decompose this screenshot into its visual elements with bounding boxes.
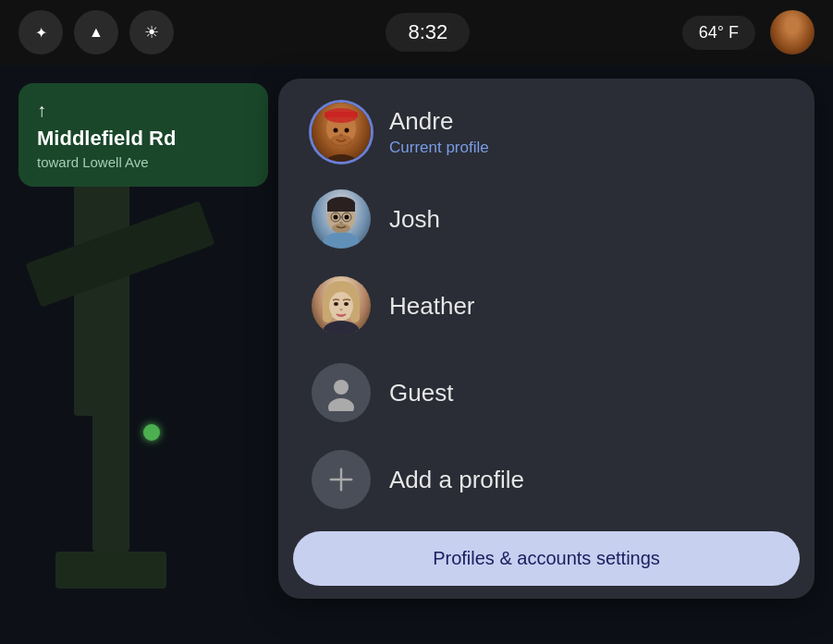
guest-profile-info: Guest [389, 379, 453, 407]
signal-icon: ▲ [89, 24, 104, 41]
status-bar-right: 64° F [682, 10, 815, 55]
avatar-josh [312, 189, 371, 249]
avatar-add [312, 450, 371, 509]
temperature-display: 64° F [682, 16, 755, 50]
add-icon [326, 465, 356, 494]
person-icon [323, 374, 360, 411]
svg-point-31 [334, 380, 349, 395]
svg-point-21 [323, 321, 360, 335]
profile-dropdown: Andre Current profile [278, 79, 815, 599]
svg-point-7 [330, 135, 352, 146]
svg-point-14 [345, 215, 349, 220]
svg-rect-3 [325, 112, 358, 117]
svg-rect-12 [327, 202, 355, 212]
guest-name: Guest [389, 379, 453, 407]
status-bar-center: 8:32 [174, 13, 682, 52]
profile-item-heather[interactable]: Heather [286, 263, 807, 348]
signal-button[interactable]: ▲ [74, 10, 118, 55]
navigation-card: ↑ Middlefield Rd toward Lowell Ave [18, 83, 268, 187]
svg-point-4 [334, 128, 338, 133]
add-profile-name: Add a profile [389, 466, 524, 494]
nav-subtitle: toward Lowell Ave [37, 154, 250, 170]
brightness-button[interactable]: ☀ [129, 10, 174, 55]
profile-item-josh[interactable]: Josh [286, 176, 807, 261]
svg-point-32 [328, 398, 354, 411]
svg-point-19 [332, 224, 350, 233]
bluetooth-button[interactable]: ✦ [18, 10, 63, 55]
svg-point-0 [321, 154, 361, 162]
andre-subtitle: Current profile [389, 139, 489, 157]
svg-point-5 [345, 128, 349, 133]
nav-direction-arrow: ↑ [37, 100, 250, 121]
josh-name: Josh [389, 205, 440, 234]
josh-profile-info: Josh [389, 205, 440, 234]
avatar-heather [312, 276, 371, 335]
profiles-settings-button[interactable]: Profiles & accounts settings [293, 531, 800, 586]
svg-point-9 [323, 232, 360, 249]
heather-name: Heather [389, 292, 475, 321]
time-display: 8:32 [386, 13, 470, 52]
bluetooth-icon: ✦ [35, 24, 47, 42]
svg-point-13 [334, 215, 338, 220]
andre-name: Andre [389, 107, 489, 136]
heather-profile-info: Heather [389, 292, 475, 321]
svg-point-28 [334, 302, 338, 306]
status-bar-left: ✦ ▲ ☀ [18, 10, 174, 55]
profile-item-andre[interactable]: Andre Current profile [286, 90, 807, 175]
profile-item-add[interactable]: Add a profile [286, 437, 807, 522]
user-avatar-top[interactable] [770, 10, 815, 55]
profile-item-guest[interactable]: Guest [286, 350, 807, 435]
status-bar: ✦ ▲ ☀ 8:32 64° F [0, 0, 833, 65]
svg-point-29 [344, 302, 349, 306]
brightness-icon: ☀ [144, 22, 159, 43]
svg-point-30 [339, 309, 343, 311]
add-profile-info: Add a profile [389, 466, 524, 494]
andre-profile-info: Andre Current profile [389, 107, 489, 157]
avatar-guest [312, 363, 371, 422]
nav-street-name: Middlefield Rd [37, 127, 250, 151]
avatar-andre [312, 103, 371, 162]
